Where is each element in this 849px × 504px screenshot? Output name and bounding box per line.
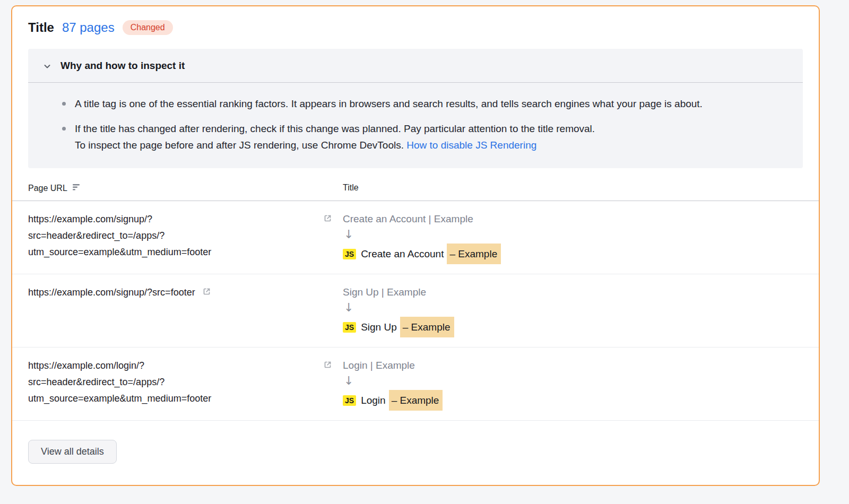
- title-after-render: JS Sign Up – Example: [343, 317, 803, 337]
- js-badge: JS: [343, 249, 356, 259]
- title-after-render: JS Create an Account – Example: [343, 244, 803, 264]
- external-link-icon[interactable]: [202, 287, 211, 296]
- page-title: Title: [28, 20, 54, 35]
- info-panel-toggle[interactable]: Why and how to inspect it: [28, 49, 803, 83]
- bullet-text: If the title has changed after rendering…: [75, 120, 595, 153]
- table-row: https://example.com/signup/?src=footer S…: [12, 274, 819, 347]
- external-link-icon[interactable]: [323, 360, 332, 369]
- js-badge: JS: [343, 322, 356, 333]
- page-url: https://example.com/signup/? src=header&…: [28, 211, 211, 260]
- arrow-down-icon: ↓: [343, 373, 803, 388]
- disable-js-rendering-link[interactable]: How to disable JS Rendering: [406, 140, 536, 151]
- bullet-line: To inspect the page before and after JS …: [75, 137, 595, 153]
- bullet-icon: [62, 127, 66, 131]
- chevron-down-icon: [43, 62, 51, 71]
- bullet-text: A title tag is one of the essential rank…: [75, 95, 703, 112]
- changed-status-badge: Changed: [123, 20, 173, 35]
- title-before-render: Create an Account | Example: [343, 211, 803, 227]
- title-diff-highlight: – Example: [400, 317, 454, 337]
- external-link-icon[interactable]: [323, 214, 332, 223]
- title-after-render: JS Login – Example: [343, 390, 803, 411]
- column-header-title: Title: [343, 183, 803, 193]
- title-after-text: Sign Up: [361, 318, 397, 336]
- title-before-render: Login | Example: [343, 358, 803, 373]
- title-after-text: Login: [361, 392, 386, 409]
- title-cell: Login | Example ↓ JS Login – Example: [343, 358, 803, 411]
- card-footer: View all details: [12, 421, 819, 483]
- title-cell: Sign Up | Example ↓ JS Sign Up – Example: [343, 284, 803, 337]
- js-badge: JS: [343, 395, 356, 406]
- sort-descending-icon: [72, 183, 81, 193]
- table-header: Page URL Title: [12, 168, 819, 201]
- card-header: Title 87 pages Changed: [12, 6, 819, 46]
- info-panel-title: Why and how to inspect it: [60, 60, 185, 72]
- title-issue-card: Title 87 pages Changed Why and how to in…: [11, 5, 820, 486]
- title-diff-highlight: – Example: [389, 390, 443, 411]
- page-url: https://example.com/login/? src=header&r…: [28, 358, 211, 407]
- title-before-render: Sign Up | Example: [343, 284, 803, 300]
- table-row: https://example.com/login/? src=header&r…: [12, 347, 819, 421]
- pages-count-link[interactable]: 87 pages: [62, 20, 115, 35]
- page-url-cell: https://example.com/login/? src=header&r…: [28, 358, 343, 411]
- page-url-cell: https://example.com/signup/? src=header&…: [28, 211, 343, 264]
- title-after-text: Create an Account: [361, 245, 444, 263]
- info-panel: Why and how to inspect it A title tag is…: [28, 49, 803, 168]
- title-cell: Create an Account | Example ↓ JS Create …: [343, 211, 803, 264]
- table-row: https://example.com/signup/? src=header&…: [12, 201, 819, 274]
- list-item: A title tag is one of the essential rank…: [62, 95, 782, 112]
- column-header-page-url[interactable]: Page URL: [28, 183, 343, 193]
- view-all-details-button[interactable]: View all details: [28, 440, 117, 464]
- title-diff-highlight: – Example: [447, 244, 501, 264]
- list-item: If the title has changed after rendering…: [62, 120, 782, 153]
- page-url-cell: https://example.com/signup/?src=footer: [28, 284, 343, 337]
- page-url: https://example.com/signup/?src=footer: [28, 284, 195, 301]
- arrow-down-icon: ↓: [343, 300, 803, 315]
- arrow-down-icon: ↓: [343, 227, 803, 242]
- bullet-icon: [62, 102, 66, 106]
- bullet-line: If the title has changed after rendering…: [75, 120, 595, 137]
- info-panel-body: A title tag is one of the essential rank…: [28, 83, 803, 168]
